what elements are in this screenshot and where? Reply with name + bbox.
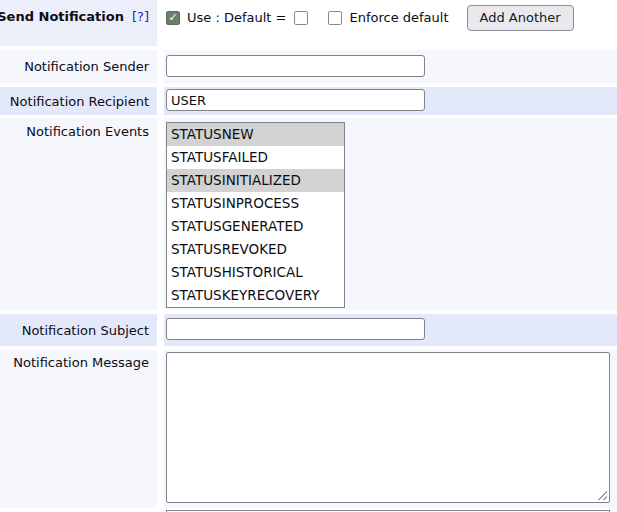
notification-sender-field-cell (164, 50, 617, 83)
event-option[interactable]: STATUSFAILED (167, 146, 344, 169)
notification-subject-row: Notification Subject (0, 314, 617, 346)
event-option[interactable]: STATUSHISTORICAL (167, 261, 344, 284)
notification-subject-label: Notification Subject (0, 314, 157, 346)
section-header-controls-cell: Use : Default = Enforce default Add Anot… (164, 0, 617, 46)
notification-sender-label: Notification Sender (0, 50, 157, 83)
event-option[interactable]: STATUSKEYRECOVERY (167, 284, 344, 307)
event-option[interactable]: STATUSREVOKED (167, 238, 344, 261)
notification-subject-input[interactable] (166, 318, 425, 340)
notification-recipient-input[interactable] (166, 89, 425, 111)
section-header-row: Send Notification [?] Use : Default = En… (0, 0, 617, 46)
use-default-label: Use : Default = (187, 10, 286, 25)
header-controls: Use : Default = Enforce default Add Anot… (166, 4, 617, 31)
notification-events-listbox[interactable]: STATUSNEWSTATUSFAILEDSTATUSINITIALIZEDST… (166, 122, 345, 308)
section-title: Send Notification (0, 9, 124, 24)
event-option[interactable]: STATUSGENERATED (167, 215, 344, 238)
notification-events-field-cell: STATUSNEWSTATUSFAILEDSTATUSINITIALIZEDST… (164, 118, 617, 310)
notification-sender-row: Notification Sender (0, 50, 617, 83)
add-another-button[interactable]: Add Another (467, 5, 574, 31)
notification-events-label: Notification Events (0, 118, 157, 310)
notification-events-row: Notification Events STATUSNEWSTATUSFAILE… (0, 118, 617, 310)
notification-recipient-label: Notification Recipient (0, 87, 157, 115)
notification-recipient-row: Notification Recipient (0, 87, 617, 115)
default-value-checkbox[interactable] (294, 11, 308, 25)
notification-message-row: Notification Message (0, 350, 617, 508)
notification-subject-field-cell (164, 314, 617, 346)
event-option[interactable]: STATUSINITIALIZED (167, 169, 344, 192)
notification-message-textarea[interactable] (166, 352, 610, 503)
enforce-default-checkbox[interactable] (328, 11, 342, 25)
notification-recipient-field-cell (164, 87, 617, 115)
notification-message-field-cell (164, 350, 617, 508)
enforce-default-label: Enforce default (349, 10, 448, 25)
event-option[interactable]: STATUSNEW (167, 123, 344, 146)
notification-message-wrap (166, 352, 610, 503)
event-option[interactable]: STATUSINPROCESS (167, 192, 344, 215)
help-link[interactable]: [?] (132, 9, 149, 24)
send-notification-section: Send Notification [?] Use : Default = En… (0, 0, 617, 508)
notification-message-label: Notification Message (0, 350, 157, 508)
notification-sender-input[interactable] (166, 55, 425, 77)
section-title-cell: Send Notification [?] (0, 0, 157, 46)
use-checkbox[interactable] (166, 11, 180, 25)
